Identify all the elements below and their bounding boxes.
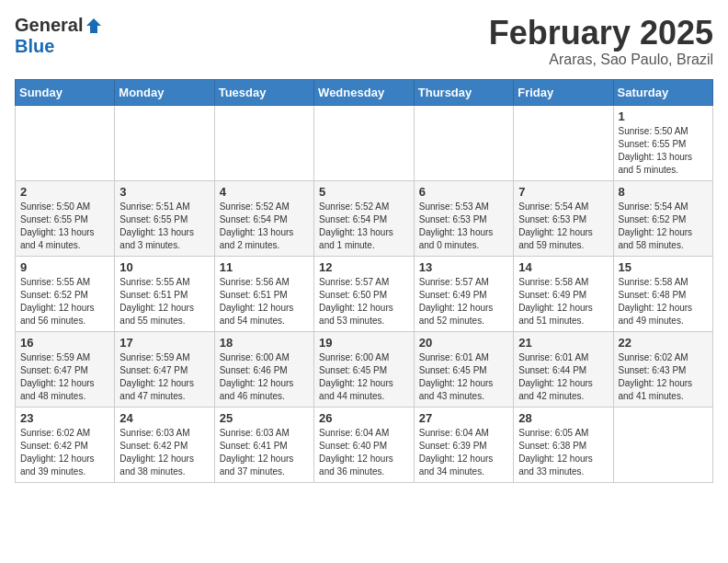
day-cell: 11Sunrise: 5:56 AM Sunset: 6:51 PM Dayli… xyxy=(214,256,313,331)
day-number: 10 xyxy=(119,260,209,274)
week-row-2: 2Sunrise: 5:50 AM Sunset: 6:55 PM Daylig… xyxy=(16,180,713,256)
day-info: Sunrise: 6:00 AM Sunset: 6:46 PM Dayligh… xyxy=(220,351,309,403)
day-number: 4 xyxy=(220,185,309,199)
day-info: Sunrise: 6:01 AM Sunset: 6:45 PM Dayligh… xyxy=(419,351,508,403)
day-cell: 23Sunrise: 6:02 AM Sunset: 6:42 PM Dayli… xyxy=(16,407,115,482)
day-info: Sunrise: 5:55 AM Sunset: 6:51 PM Dayligh… xyxy=(119,276,209,327)
day-number: 15 xyxy=(619,260,709,274)
day-cell xyxy=(214,105,313,180)
day-cell: 7Sunrise: 5:54 AM Sunset: 6:53 PM Daylig… xyxy=(514,180,613,256)
day-info: Sunrise: 5:57 AM Sunset: 6:50 PM Dayligh… xyxy=(319,276,409,327)
day-info: Sunrise: 6:03 AM Sunset: 6:41 PM Dayligh… xyxy=(220,427,309,478)
day-cell: 19Sunrise: 6:00 AM Sunset: 6:45 PM Dayli… xyxy=(314,331,415,407)
day-number: 16 xyxy=(20,336,109,350)
location: Araras, Sao Paulo, Brazil xyxy=(489,52,713,68)
day-cell: 28Sunrise: 6:05 AM Sunset: 6:38 PM Dayli… xyxy=(514,407,613,482)
day-number: 1 xyxy=(619,109,709,123)
day-cell: 3Sunrise: 5:51 AM Sunset: 6:55 PM Daylig… xyxy=(115,180,214,256)
day-cell: 25Sunrise: 6:03 AM Sunset: 6:41 PM Dayli… xyxy=(214,407,313,482)
day-info: Sunrise: 6:02 AM Sunset: 6:43 PM Dayligh… xyxy=(619,351,709,403)
day-number: 12 xyxy=(319,260,409,274)
day-info: Sunrise: 6:04 AM Sunset: 6:39 PM Dayligh… xyxy=(419,427,508,478)
day-cell: 8Sunrise: 5:54 AM Sunset: 6:52 PM Daylig… xyxy=(613,180,713,256)
month-title: February 2025 xyxy=(489,15,713,52)
week-row-1: 1Sunrise: 5:50 AM Sunset: 6:55 PM Daylig… xyxy=(16,105,713,180)
day-info: Sunrise: 6:02 AM Sunset: 6:42 PM Dayligh… xyxy=(20,427,109,478)
day-cell: 22Sunrise: 6:02 AM Sunset: 6:43 PM Dayli… xyxy=(613,331,713,407)
day-cell: 6Sunrise: 5:53 AM Sunset: 6:53 PM Daylig… xyxy=(414,180,513,256)
day-number: 19 xyxy=(319,336,409,350)
day-number: 6 xyxy=(419,185,508,199)
day-info: Sunrise: 6:05 AM Sunset: 6:38 PM Dayligh… xyxy=(518,427,608,478)
day-number: 11 xyxy=(220,260,309,274)
day-cell xyxy=(16,105,115,180)
day-cell: 9Sunrise: 5:55 AM Sunset: 6:52 PM Daylig… xyxy=(16,256,115,331)
day-info: Sunrise: 5:58 AM Sunset: 6:48 PM Dayligh… xyxy=(619,276,709,327)
day-info: Sunrise: 6:04 AM Sunset: 6:40 PM Dayligh… xyxy=(319,427,409,478)
day-info: Sunrise: 5:54 AM Sunset: 6:53 PM Dayligh… xyxy=(518,201,608,252)
day-cell xyxy=(514,105,613,180)
day-number: 14 xyxy=(518,260,608,274)
day-header-thursday: Thursday xyxy=(414,79,513,105)
day-number: 3 xyxy=(119,185,209,199)
day-cell: 1Sunrise: 5:50 AM Sunset: 6:55 PM Daylig… xyxy=(613,105,713,180)
day-cell: 15Sunrise: 5:58 AM Sunset: 6:48 PM Dayli… xyxy=(613,256,713,331)
day-cell: 27Sunrise: 6:04 AM Sunset: 6:39 PM Dayli… xyxy=(414,407,513,482)
day-info: Sunrise: 5:59 AM Sunset: 6:47 PM Dayligh… xyxy=(20,351,109,403)
week-row-3: 9Sunrise: 5:55 AM Sunset: 6:52 PM Daylig… xyxy=(16,256,713,331)
day-number: 7 xyxy=(518,185,608,199)
day-header-friday: Friday xyxy=(514,79,613,105)
day-info: Sunrise: 5:57 AM Sunset: 6:49 PM Dayligh… xyxy=(419,276,508,327)
day-number: 22 xyxy=(619,336,709,350)
day-cell: 5Sunrise: 5:52 AM Sunset: 6:54 PM Daylig… xyxy=(314,180,415,256)
day-number: 5 xyxy=(319,185,409,199)
day-info: Sunrise: 6:00 AM Sunset: 6:45 PM Dayligh… xyxy=(319,351,409,403)
day-info: Sunrise: 5:55 AM Sunset: 6:52 PM Dayligh… xyxy=(20,276,109,327)
day-cell: 13Sunrise: 5:57 AM Sunset: 6:49 PM Dayli… xyxy=(414,256,513,331)
day-cell: 17Sunrise: 5:59 AM Sunset: 6:47 PM Dayli… xyxy=(115,331,214,407)
day-cell xyxy=(115,105,214,180)
day-info: Sunrise: 5:58 AM Sunset: 6:49 PM Dayligh… xyxy=(518,276,608,327)
day-info: Sunrise: 5:50 AM Sunset: 6:55 PM Dayligh… xyxy=(619,125,709,177)
day-number: 23 xyxy=(20,411,109,425)
day-header-monday: Monday xyxy=(115,79,214,105)
day-cell xyxy=(314,105,415,180)
day-number: 2 xyxy=(20,185,109,199)
day-info: Sunrise: 5:59 AM Sunset: 6:47 PM Dayligh… xyxy=(119,351,209,403)
calendar-header-row: SundayMondayTuesdayWednesdayThursdayFrid… xyxy=(16,79,713,105)
day-number: 25 xyxy=(220,411,309,425)
day-number: 28 xyxy=(518,411,608,425)
day-number: 17 xyxy=(119,336,209,350)
day-cell: 20Sunrise: 6:01 AM Sunset: 6:45 PM Dayli… xyxy=(414,331,513,407)
calendar: SundayMondayTuesdayWednesdayThursdayFrid… xyxy=(15,79,713,483)
day-info: Sunrise: 6:03 AM Sunset: 6:42 PM Dayligh… xyxy=(119,427,209,478)
day-number: 21 xyxy=(518,336,608,350)
day-number: 27 xyxy=(419,411,508,425)
week-row-4: 16Sunrise: 5:59 AM Sunset: 6:47 PM Dayli… xyxy=(16,331,713,407)
logo-blue: Blue xyxy=(15,36,54,57)
logo-general: General xyxy=(15,15,83,36)
day-cell: 24Sunrise: 6:03 AM Sunset: 6:42 PM Dayli… xyxy=(115,407,214,482)
day-info: Sunrise: 6:01 AM Sunset: 6:44 PM Dayligh… xyxy=(518,351,608,403)
day-header-saturday: Saturday xyxy=(613,79,713,105)
logo: General Blue xyxy=(15,15,103,57)
day-number: 13 xyxy=(419,260,508,274)
day-info: Sunrise: 5:53 AM Sunset: 6:53 PM Dayligh… xyxy=(419,201,508,252)
day-info: Sunrise: 5:50 AM Sunset: 6:55 PM Dayligh… xyxy=(20,201,109,252)
day-info: Sunrise: 5:51 AM Sunset: 6:55 PM Dayligh… xyxy=(119,201,209,252)
day-cell: 16Sunrise: 5:59 AM Sunset: 6:47 PM Dayli… xyxy=(16,331,115,407)
day-cell xyxy=(613,407,713,482)
day-number: 20 xyxy=(419,336,508,350)
page-header: General Blue February 2025 Araras, Sao P… xyxy=(15,15,713,68)
day-cell: 4Sunrise: 5:52 AM Sunset: 6:54 PM Daylig… xyxy=(214,180,313,256)
day-cell: 14Sunrise: 5:58 AM Sunset: 6:49 PM Dayli… xyxy=(514,256,613,331)
day-header-sunday: Sunday xyxy=(16,79,115,105)
day-cell: 10Sunrise: 5:55 AM Sunset: 6:51 PM Dayli… xyxy=(115,256,214,331)
day-number: 18 xyxy=(220,336,309,350)
day-cell: 12Sunrise: 5:57 AM Sunset: 6:50 PM Dayli… xyxy=(314,256,415,331)
day-header-wednesday: Wednesday xyxy=(314,79,415,105)
day-cell: 18Sunrise: 6:00 AM Sunset: 6:46 PM Dayli… xyxy=(214,331,313,407)
day-number: 26 xyxy=(319,411,409,425)
svg-marker-0 xyxy=(86,18,101,33)
day-cell xyxy=(414,105,513,180)
